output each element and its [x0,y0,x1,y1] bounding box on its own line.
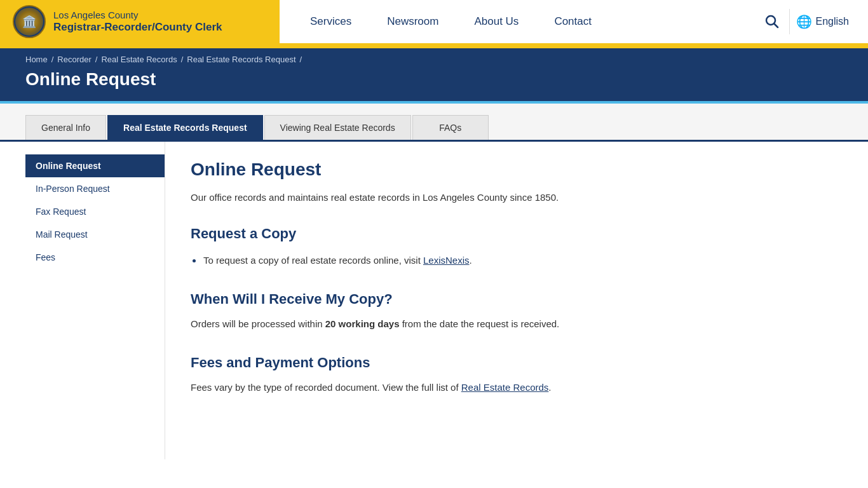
nav-contact[interactable]: Contact [536,0,609,44]
globe-icon: 🌐 [796,14,812,29]
tab-general-info[interactable]: General Info [25,115,106,140]
breadcrumb-real-estate-records[interactable]: Real Estate Records [101,55,177,64]
breadcrumb-recorder[interactable]: Recorder [57,55,91,64]
lexisnexis-link[interactable]: LexisNexis [423,255,470,266]
request-copy-text-before: To request a copy of real estate records… [203,255,423,266]
content-intro: Our office records and maintains real es… [191,190,817,205]
section-request-copy-heading: Request a Copy [191,226,817,242]
nav-newsroom[interactable]: Newsroom [369,0,456,44]
breadcrumb-sep-1: / [51,55,54,64]
nav-search-lang: 🌐 English [765,9,855,34]
tab-faqs[interactable]: FAQs [412,115,489,140]
fees-para: Fees vary by the type of recorded docume… [191,380,817,395]
language-label: English [816,16,849,27]
logo-text-block: Los Angeles County Registrar-Recorder/Co… [53,10,222,34]
section-when-receive-heading: When Will I Receive My Copy? [191,291,817,308]
section-fees-payment: Fees and Payment Options Fees vary by th… [191,355,817,395]
nav-about-us[interactable]: About Us [456,0,536,44]
svg-line-1 [774,24,778,28]
seal-image: 🏛️ [15,8,43,36]
tab-real-estate-records-request[interactable]: Real Estate Records Request [107,115,263,140]
section-request-copy: Request a Copy To request a copy of real… [191,226,817,268]
county-seal: 🏛️ [13,5,46,38]
org-line2: Registrar-Recorder/County Clerk [53,21,222,34]
sidebar-item-fees[interactable]: Fees [25,246,165,269]
breadcrumb-sep-3: / [181,55,184,64]
fees-text-before: Fees vary by the type of recorded docume… [191,382,461,393]
org-line1: Los Angeles County [53,10,222,21]
when-receive-para: Orders will be processed within 20 worki… [191,316,817,332]
page-title: Online Request [25,69,843,90]
breadcrumb-real-estate-request[interactable]: Real Estate Records Request [187,55,295,64]
main-nav: Services Newsroom About Us Contact 🌐 Eng… [280,0,868,44]
request-copy-text-after: . [470,255,472,266]
sidebar-item-online-request[interactable]: Online Request [25,154,165,177]
section-fees-heading: Fees and Payment Options [191,355,817,371]
breadcrumb-sep-4: / [300,55,302,64]
sidebar-item-in-person-request[interactable]: In-Person Request [25,177,165,200]
real-estate-records-link[interactable]: Real Estate Records [461,382,549,393]
tabs-bar: General Info Real Estate Records Request… [0,104,868,142]
language-button[interactable]: 🌐 English [789,9,855,34]
when-receive-bold: 20 working days [325,318,400,329]
content-h1: Online Request [191,159,817,180]
request-copy-list: To request a copy of real estate records… [203,251,817,268]
sidebar-item-mail-request[interactable]: Mail Request [25,223,165,246]
request-copy-item: To request a copy of real estate records… [203,251,817,268]
fees-text-after: . [548,382,551,393]
page-header-block: Home / Recorder / Real Estate Records / … [0,48,868,101]
when-receive-before: Orders will be processed within [191,318,325,329]
search-icon [765,15,779,29]
logo-block: 🏛️ Los Angeles County Registrar-Recorder… [0,0,280,43]
sidebar: Online Request In-Person Request Fax Req… [25,142,165,459]
tab-viewing-real-estate-records[interactable]: Viewing Real Estate Records [264,115,411,140]
breadcrumb-sep-2: / [95,55,98,64]
breadcrumb-home[interactable]: Home [25,55,48,64]
breadcrumb: Home / Recorder / Real Estate Records / … [25,55,843,64]
search-button[interactable] [765,15,779,29]
nav-services[interactable]: Services [292,0,369,44]
main-content: Online Request In-Person Request Fax Req… [0,142,868,459]
section-when-receive: When Will I Receive My Copy? Orders will… [191,291,817,332]
when-receive-after: from the date the request is received. [399,318,559,329]
site-header: 🏛️ Los Angeles County Registrar-Recorder… [0,0,868,46]
sidebar-item-fax-request[interactable]: Fax Request [25,200,165,223]
content-area: Online Request Our office records and ma… [165,142,843,459]
